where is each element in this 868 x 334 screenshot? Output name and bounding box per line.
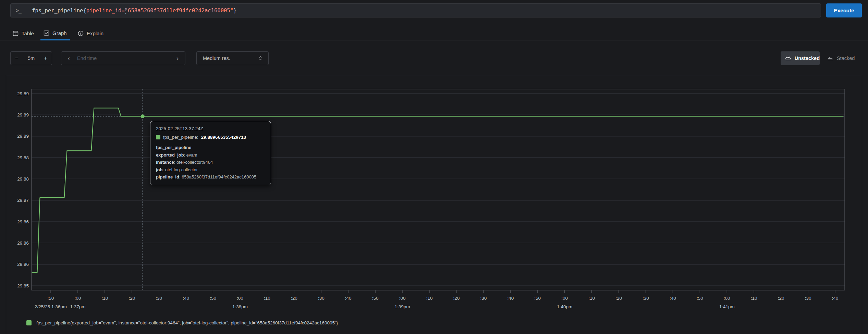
query-options-kebab-icon[interactable]: ⋮	[122, 7, 130, 15]
y-axis-label: 29.86	[17, 262, 29, 267]
tab-explain[interactable]: Explain	[75, 27, 107, 40]
tooltip-labels: fps_per_pipelineexported_job: evaminstan…	[156, 144, 265, 181]
end-time-prev-icon[interactable]: ‹	[61, 54, 76, 62]
x-axis-label: :40	[345, 296, 352, 301]
x-axis-label: :20	[615, 296, 622, 301]
y-axis-label: 29.89	[17, 91, 29, 96]
x-axis-label: :10	[101, 296, 108, 301]
x-axis-label: :30	[480, 296, 487, 301]
chart-canvas[interactable]: 29.8929.8929.8929.8829.8829.8729.8629.86…	[6, 75, 862, 334]
select-chevrons-icon	[258, 55, 263, 61]
x-axis-day-label: 1:38pm	[232, 304, 248, 309]
x-axis-label: :40	[670, 296, 676, 301]
tab-graph[interactable]: Graph	[40, 27, 70, 40]
y-axis-label: 29.88	[17, 155, 29, 160]
tooltip-series-value: 29.889665355429713	[201, 135, 246, 140]
end-time-picker[interactable]: ‹ End time ›	[61, 51, 185, 65]
tab-label: Explain	[87, 30, 103, 36]
stacked-label: Stacked	[837, 55, 855, 61]
tooltip-timestamp: 2025-02-25T13:37:24Z	[156, 126, 265, 131]
x-axis-day-label: 2/25/25 1:36pm	[35, 304, 67, 309]
x-axis-label: :00	[75, 296, 81, 301]
x-axis-label: :20	[453, 296, 460, 301]
x-axis-label: :50	[372, 296, 379, 301]
tab-label: Table	[22, 30, 34, 36]
tooltip-label-row: pipeline_id: 658a5260f37d11ef94fc0242ac1…	[156, 173, 265, 181]
legend-color-swatch	[26, 320, 32, 325]
chart-tooltip: 2025-02-25T13:37:24Z fps_per_pipeline: 2…	[150, 121, 271, 185]
x-axis-label: :10	[264, 296, 270, 301]
y-axis-label: 29.88	[17, 176, 29, 182]
unstacked-label: Unstacked	[795, 55, 820, 61]
tab-table[interactable]: Table	[10, 27, 37, 40]
y-axis-label: 29.89	[17, 112, 29, 117]
x-axis-label: :00	[724, 296, 730, 301]
legend-series-text: fps_per_pipeline{exported_job="evam", in…	[36, 320, 338, 325]
x-axis-label: :20	[129, 296, 135, 301]
execute-button[interactable]: Execute	[826, 3, 862, 17]
query-input[interactable]: >_ fps_per_pipeline{pipeline_id="658a526…	[10, 3, 821, 17]
stacked-chart-icon	[827, 56, 833, 61]
x-axis-day-label: 1:37pm	[70, 304, 85, 309]
x-axis-label: :30	[318, 296, 325, 301]
hover-point	[141, 114, 145, 118]
x-axis-label: :00	[561, 296, 568, 301]
x-axis-label: :50	[48, 296, 54, 301]
tooltip-label-row: instance: otel-collector:9464	[156, 159, 265, 166]
range-increase-button[interactable]: +	[39, 55, 52, 62]
y-axis-label: 29.86	[17, 240, 29, 246]
stacked-toggle-button[interactable]: Stacked	[824, 51, 856, 65]
x-axis-day-label: 1:39pm	[395, 304, 410, 309]
y-axis-label: 29.89	[17, 134, 29, 139]
x-axis-day-label: 1:40pm	[557, 304, 572, 309]
unstacked-chart-icon	[785, 56, 791, 61]
end-time-next-icon[interactable]: ›	[170, 54, 185, 62]
query-text[interactable]: fps_per_pipeline{pipeline_id="658a5260f3…	[32, 8, 236, 14]
x-axis-label: :30	[156, 296, 162, 301]
chart-legend[interactable]: fps_per_pipeline{exported_job="evam", in…	[26, 320, 338, 325]
plot-border	[32, 89, 845, 290]
x-axis-label: :50	[697, 296, 703, 301]
y-axis-label: 29.85	[17, 283, 29, 288]
x-axis-label: :20	[291, 296, 297, 301]
range-selector: − 5m +	[10, 51, 52, 65]
graph-panel: 29.8929.8929.8929.8829.8829.8729.8629.86…	[6, 75, 862, 334]
tooltip-value-row: fps_per_pipeline: 29.889665355429713	[156, 135, 265, 140]
resolution-value: Medium res.	[203, 55, 258, 61]
x-axis-label: :00	[237, 296, 243, 301]
query-label-value: "658a5260f37d11ef94fc0242ac160005"	[125, 8, 233, 14]
x-axis-label: :50	[534, 296, 541, 301]
x-axis-label: :20	[778, 296, 784, 301]
tooltip-label-row: job: otel-log-collector	[156, 166, 265, 174]
terminal-prompt-icon: >_	[16, 8, 21, 14]
graph-icon	[44, 30, 49, 36]
x-axis-label: :40	[832, 296, 839, 301]
info-icon	[78, 30, 84, 36]
x-axis-label: :30	[805, 296, 811, 301]
x-axis-label: :30	[643, 296, 649, 301]
range-value[interactable]: 5m	[23, 55, 39, 61]
end-time-input[interactable]: End time	[76, 55, 170, 61]
tooltip-label-row: exported_job: evam	[156, 151, 265, 159]
y-axis-label: 29.87	[17, 198, 29, 203]
tooltip-series-name: fps_per_pipeline:	[163, 135, 198, 140]
query-label-name: pipeline_id	[86, 8, 122, 14]
x-axis-label: :00	[399, 296, 406, 301]
x-axis-label: :40	[507, 296, 514, 301]
x-axis-label: :10	[588, 296, 595, 301]
table-icon	[13, 30, 19, 36]
x-axis-label: :50	[210, 296, 216, 301]
series-color-swatch	[156, 135, 160, 139]
range-decrease-button[interactable]: −	[11, 55, 23, 62]
x-axis-label: :40	[183, 296, 189, 301]
x-axis-label: :10	[426, 296, 433, 301]
tab-label: Graph	[52, 30, 67, 36]
resolution-select[interactable]: Medium res.	[196, 51, 269, 65]
x-axis-day-label: 1:41pm	[719, 304, 735, 309]
unstacked-toggle-button[interactable]: Unstacked	[781, 51, 820, 65]
tabs-bar: Table Graph Explain	[0, 27, 868, 40]
x-axis-label: :10	[751, 296, 757, 301]
y-axis-label: 29.86	[17, 219, 29, 224]
tooltip-label-row: fps_per_pipeline	[156, 144, 265, 151]
